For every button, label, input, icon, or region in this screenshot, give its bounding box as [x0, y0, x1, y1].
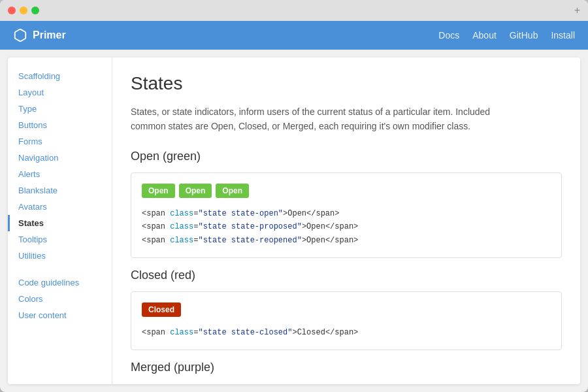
logo-text: Primer [33, 29, 66, 41]
sidebar-item-navigation[interactable]: Navigation [8, 150, 112, 166]
code-line-2: <span class="state state-proposed">Open<… [142, 220, 551, 233]
sidebar-item-tooltips[interactable]: Tooltips [8, 231, 112, 248]
section-title-open: Open (green) [131, 150, 562, 163]
code-line-closed: <span class="state state-closed">Closed<… [142, 326, 551, 339]
state-badge-closed[interactable]: Closed [142, 302, 181, 317]
sidebar-item-type[interactable]: Type [8, 101, 112, 117]
sidebar-divider [8, 264, 112, 274]
page-description: States, or state indicators, inform user… [131, 105, 510, 134]
title-bar: + [0, 0, 588, 21]
nav-links: Docs About GitHub Install [438, 30, 575, 41]
nav-link-docs[interactable]: Docs [438, 30, 459, 41]
nav-bar: Primer Docs About GitHub Install [0, 21, 588, 50]
sidebar-item-colors[interactable]: Colors [8, 291, 112, 307]
logo-icon [13, 28, 27, 42]
closed-demo-box: Closed <span class="state state-closed">… [131, 291, 562, 350]
page-title: States [131, 73, 562, 94]
sidebar-item-layout[interactable]: Layout [8, 84, 112, 101]
sidebar-item-scaffolding[interactable]: Scaffolding [8, 68, 112, 84]
state-badge-open-3[interactable]: Open [216, 184, 249, 198]
sidebar-item-user-content[interactable]: User content [8, 307, 112, 323]
nav-logo: Primer [13, 28, 66, 42]
sidebar-item-alerts[interactable]: Alerts [8, 166, 112, 182]
nav-link-install[interactable]: Install [551, 30, 575, 41]
main-area: Scaffolding Layout Type Buttons Forms Na… [8, 57, 580, 384]
state-badge-open-1[interactable]: Open [142, 184, 175, 198]
new-tab-button[interactable]: + [574, 5, 580, 16]
state-badge-open-2[interactable]: Open [179, 184, 212, 198]
code-line-3: <span class="state state-reopened">Open<… [142, 234, 551, 247]
nav-link-github[interactable]: GitHub [510, 30, 538, 41]
sidebar-item-avatars[interactable]: Avatars [8, 199, 112, 215]
content-area: States States, or state indicators, info… [112, 57, 580, 384]
closed-badges: Closed [142, 302, 551, 317]
sidebar-item-utilities[interactable]: Utilities [8, 248, 112, 264]
close-button[interactable] [8, 7, 16, 14]
section-title-closed: Closed (red) [131, 269, 562, 282]
sidebar-item-blankslate[interactable]: Blankslate [8, 182, 112, 199]
sidebar-item-buttons[interactable]: Buttons [8, 117, 112, 133]
nav-link-about[interactable]: About [472, 30, 497, 41]
minimize-button[interactable] [20, 7, 27, 14]
open-demo-box: Open Open Open <span class="state state-… [131, 172, 562, 258]
sidebar-item-states[interactable]: States [8, 215, 112, 231]
section-title-merged: Merged (purple) [131, 361, 562, 374]
sidebar-item-forms[interactable]: Forms [8, 133, 112, 150]
browser-window: + Primer Docs About GitHub Install Scaff… [0, 0, 588, 392]
traffic-lights [8, 7, 39, 14]
code-line-1: <span class="state state-open">Open</spa… [142, 207, 551, 220]
open-badges: Open Open Open [142, 184, 551, 198]
closed-code-block: <span class="state state-closed">Closed<… [142, 326, 551, 339]
sidebar: Scaffolding Layout Type Buttons Forms Na… [8, 57, 112, 384]
maximize-button[interactable] [31, 7, 39, 14]
open-code-block: <span class="state state-open">Open</spa… [142, 207, 551, 247]
sidebar-item-code-guidelines[interactable]: Code guidelines [8, 274, 112, 291]
